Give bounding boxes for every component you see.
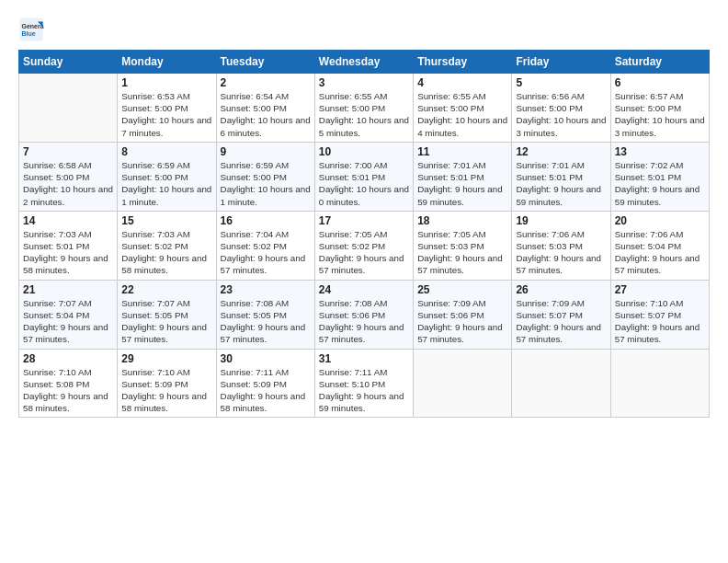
week-row-1: 1Sunrise: 6:53 AMSunset: 5:00 PMDaylight… <box>19 74 710 143</box>
weekday-header-friday: Friday <box>512 51 610 74</box>
day-number: 23 <box>221 283 311 296</box>
day-number: 5 <box>516 76 606 89</box>
day-number: 29 <box>121 352 211 365</box>
weekday-header-tuesday: Tuesday <box>216 51 314 74</box>
weekday-header-monday: Monday <box>118 51 216 74</box>
calendar-cell: 27Sunrise: 7:10 AMSunset: 5:07 PMDayligh… <box>610 280 709 349</box>
cell-info: Sunrise: 7:04 AMSunset: 5:02 PMDaylight:… <box>221 228 311 277</box>
calendar-cell: 28Sunrise: 7:10 AMSunset: 5:08 PMDayligh… <box>19 349 118 418</box>
weekday-header-wednesday: Wednesday <box>314 51 413 74</box>
calendar-cell: 8Sunrise: 6:59 AMSunset: 5:00 PMDaylight… <box>118 142 216 211</box>
day-number: 20 <box>615 214 705 227</box>
calendar-cell: 11Sunrise: 7:01 AMSunset: 5:01 PMDayligh… <box>414 142 512 211</box>
calendar-cell: 30Sunrise: 7:11 AMSunset: 5:09 PMDayligh… <box>216 349 314 418</box>
calendar-cell <box>414 349 512 418</box>
cell-info: Sunrise: 7:05 AMSunset: 5:02 PMDaylight:… <box>319 228 409 277</box>
calendar-cell: 12Sunrise: 7:01 AMSunset: 5:01 PMDayligh… <box>512 142 610 211</box>
calendar-cell: 22Sunrise: 7:07 AMSunset: 5:05 PMDayligh… <box>118 280 216 349</box>
calendar-cell: 20Sunrise: 7:06 AMSunset: 5:04 PMDayligh… <box>610 211 709 280</box>
cell-info: Sunrise: 6:54 AMSunset: 5:00 PMDaylight:… <box>221 90 311 139</box>
calendar-cell: 18Sunrise: 7:05 AMSunset: 5:03 PMDayligh… <box>414 211 512 280</box>
calendar-cell: 7Sunrise: 6:58 AMSunset: 5:00 PMDaylight… <box>19 142 118 211</box>
cell-info: Sunrise: 6:53 AMSunset: 5:00 PMDaylight:… <box>121 90 211 139</box>
calendar-cell: 16Sunrise: 7:04 AMSunset: 5:02 PMDayligh… <box>216 211 314 280</box>
calendar-cell: 13Sunrise: 7:02 AMSunset: 5:01 PMDayligh… <box>610 142 709 211</box>
cell-info: Sunrise: 6:57 AMSunset: 5:00 PMDaylight:… <box>615 90 705 139</box>
calendar-cell: 10Sunrise: 7:00 AMSunset: 5:01 PMDayligh… <box>314 142 413 211</box>
cell-info: Sunrise: 7:10 AMSunset: 5:08 PMDaylight:… <box>23 366 113 415</box>
week-row-4: 21Sunrise: 7:07 AMSunset: 5:04 PMDayligh… <box>19 280 710 349</box>
day-number: 6 <box>615 76 705 89</box>
day-number: 26 <box>516 283 606 296</box>
cell-info: Sunrise: 7:05 AMSunset: 5:03 PMDaylight:… <box>417 228 507 277</box>
calendar-cell: 25Sunrise: 7:09 AMSunset: 5:06 PMDayligh… <box>414 280 512 349</box>
calendar-cell <box>19 74 118 143</box>
calendar-table: SundayMondayTuesdayWednesdayThursdayFrid… <box>18 50 710 418</box>
day-number: 8 <box>121 145 211 158</box>
calendar-cell: 31Sunrise: 7:11 AMSunset: 5:10 PMDayligh… <box>314 349 413 418</box>
cell-info: Sunrise: 7:03 AMSunset: 5:02 PMDaylight:… <box>121 228 211 277</box>
header: General Blue <box>18 17 710 42</box>
cell-info: Sunrise: 6:56 AMSunset: 5:00 PMDaylight:… <box>516 90 606 139</box>
day-number: 11 <box>417 145 507 158</box>
cell-info: Sunrise: 7:02 AMSunset: 5:01 PMDaylight:… <box>615 159 705 208</box>
day-number: 19 <box>516 214 606 227</box>
calendar-cell: 15Sunrise: 7:03 AMSunset: 5:02 PMDayligh… <box>118 211 216 280</box>
day-number: 9 <box>221 145 311 158</box>
cell-info: Sunrise: 7:03 AMSunset: 5:01 PMDaylight:… <box>23 228 113 277</box>
day-number: 27 <box>615 283 705 296</box>
day-number: 17 <box>319 214 409 227</box>
cell-info: Sunrise: 7:09 AMSunset: 5:06 PMDaylight:… <box>417 297 507 346</box>
calendar-cell: 2Sunrise: 6:54 AMSunset: 5:00 PMDaylight… <box>216 74 314 143</box>
cell-info: Sunrise: 7:06 AMSunset: 5:04 PMDaylight:… <box>615 228 705 277</box>
calendar-cell: 3Sunrise: 6:55 AMSunset: 5:00 PMDaylight… <box>314 74 413 143</box>
calendar-cell <box>610 349 709 418</box>
svg-rect-0 <box>19 17 42 40</box>
cell-info: Sunrise: 6:58 AMSunset: 5:00 PMDaylight:… <box>23 159 113 208</box>
cell-info: Sunrise: 7:06 AMSunset: 5:03 PMDaylight:… <box>516 228 606 277</box>
calendar-cell: 1Sunrise: 6:53 AMSunset: 5:00 PMDaylight… <box>118 74 216 143</box>
weekday-header-sunday: Sunday <box>19 51 118 74</box>
weekday-header-thursday: Thursday <box>414 51 512 74</box>
logo-icon: General Blue <box>18 17 44 42</box>
day-number: 13 <box>615 145 705 158</box>
cell-info: Sunrise: 7:10 AMSunset: 5:07 PMDaylight:… <box>615 297 705 346</box>
logo: General Blue <box>18 17 50 42</box>
calendar-cell: 4Sunrise: 6:55 AMSunset: 5:00 PMDaylight… <box>414 74 512 143</box>
day-number: 31 <box>319 352 409 365</box>
day-number: 22 <box>121 283 211 296</box>
calendar-cell: 23Sunrise: 7:08 AMSunset: 5:05 PMDayligh… <box>216 280 314 349</box>
day-number: 25 <box>417 283 507 296</box>
day-number: 21 <box>23 283 113 296</box>
calendar-cell: 19Sunrise: 7:06 AMSunset: 5:03 PMDayligh… <box>512 211 610 280</box>
day-number: 14 <box>23 214 113 227</box>
day-number: 7 <box>23 145 113 158</box>
day-number: 16 <box>221 214 311 227</box>
cell-info: Sunrise: 7:01 AMSunset: 5:01 PMDaylight:… <box>417 159 507 208</box>
weekday-header-saturday: Saturday <box>610 51 709 74</box>
cell-info: Sunrise: 7:08 AMSunset: 5:05 PMDaylight:… <box>221 297 311 346</box>
day-number: 15 <box>121 214 211 227</box>
calendar-cell <box>512 349 610 418</box>
cell-info: Sunrise: 7:07 AMSunset: 5:04 PMDaylight:… <box>23 297 113 346</box>
calendar-cell: 21Sunrise: 7:07 AMSunset: 5:04 PMDayligh… <box>19 280 118 349</box>
day-number: 12 <box>516 145 606 158</box>
day-number: 3 <box>319 76 409 89</box>
calendar-cell: 17Sunrise: 7:05 AMSunset: 5:02 PMDayligh… <box>314 211 413 280</box>
day-number: 2 <box>221 76 311 89</box>
calendar-cell: 5Sunrise: 6:56 AMSunset: 5:00 PMDaylight… <box>512 74 610 143</box>
cell-info: Sunrise: 7:08 AMSunset: 5:06 PMDaylight:… <box>319 297 409 346</box>
day-number: 10 <box>319 145 409 158</box>
calendar-cell: 24Sunrise: 7:08 AMSunset: 5:06 PMDayligh… <box>314 280 413 349</box>
cell-info: Sunrise: 7:11 AMSunset: 5:10 PMDaylight:… <box>319 366 409 415</box>
day-number: 24 <box>319 283 409 296</box>
day-number: 28 <box>23 352 113 365</box>
calendar-cell: 29Sunrise: 7:10 AMSunset: 5:09 PMDayligh… <box>118 349 216 418</box>
day-number: 30 <box>221 352 311 365</box>
cell-info: Sunrise: 7:01 AMSunset: 5:01 PMDaylight:… <box>516 159 606 208</box>
cell-info: Sunrise: 7:07 AMSunset: 5:05 PMDaylight:… <box>121 297 211 346</box>
week-row-5: 28Sunrise: 7:10 AMSunset: 5:08 PMDayligh… <box>19 349 710 418</box>
calendar-cell: 14Sunrise: 7:03 AMSunset: 5:01 PMDayligh… <box>19 211 118 280</box>
cell-info: Sunrise: 6:55 AMSunset: 5:00 PMDaylight:… <box>319 90 409 139</box>
week-row-2: 7Sunrise: 6:58 AMSunset: 5:00 PMDaylight… <box>19 142 710 211</box>
